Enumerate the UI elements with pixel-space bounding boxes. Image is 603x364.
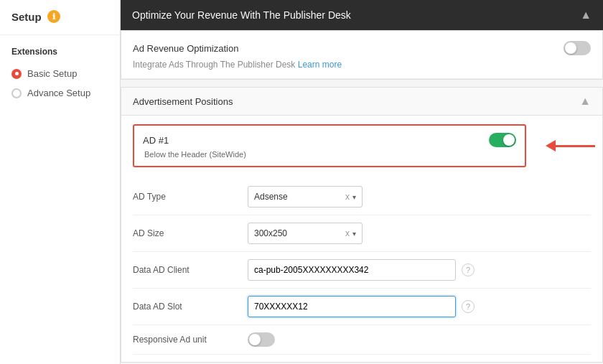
responsive-ad-toggle-thumb xyxy=(249,334,261,345)
form-section: AD Type Adsense x ▾ AD Size 300x xyxy=(121,176,602,362)
ad-size-actions: x ▾ xyxy=(345,228,356,238)
sidebar-title: Setup xyxy=(11,11,42,23)
data-ad-client-help-icon[interactable]: ? xyxy=(462,263,475,276)
ad-size-value: 300x250 xyxy=(254,228,287,238)
sidebar-item-advance-setup[interactable]: Advance Setup xyxy=(0,83,120,103)
data-ad-slot-help-icon[interactable]: ? xyxy=(462,300,475,313)
data-ad-slot-control: ? xyxy=(248,296,591,317)
aro-toggle[interactable] xyxy=(564,41,591,55)
ad-type-control: Adsense x ▾ xyxy=(248,186,591,207)
info-icon[interactable]: ℹ xyxy=(47,10,60,23)
sidebar-header: Setup ℹ xyxy=(0,10,120,35)
data-ad-slot-row: Data AD Slot ? xyxy=(133,289,591,325)
ad1-label: AD #1 xyxy=(143,135,169,146)
ad-type-select[interactable]: Adsense x ▾ xyxy=(248,186,363,207)
main-content: Optimize Your Revenue With The Publisher… xyxy=(121,0,603,364)
ad-size-caret-icon[interactable]: ▾ xyxy=(352,230,356,238)
data-ad-client-label: Data AD Client xyxy=(133,265,248,275)
ad-type-row: AD Type Adsense x ▾ xyxy=(133,179,591,215)
aro-label: Ad Revenue Optimization xyxy=(133,43,238,54)
adpos-collapse-icon[interactable]: ▲ xyxy=(579,95,591,108)
top-panel-title: Optimize Your Revenue With The Publisher… xyxy=(132,9,351,21)
data-ad-client-input[interactable] xyxy=(248,259,456,281)
learn-more-link[interactable]: Learn more xyxy=(298,60,342,70)
ad-type-value: Adsense xyxy=(254,192,288,202)
arrow-line xyxy=(556,145,595,147)
data-ad-client-row: Data AD Client ? xyxy=(133,252,591,289)
aro-subtitle: Integrate Ads Through The Publisher Desk… xyxy=(133,60,591,70)
ad1-subtitle: Below the Header (SiteWide) xyxy=(143,150,516,159)
data-ad-slot-input[interactable] xyxy=(248,296,456,317)
ad1-row: AD #1 xyxy=(143,133,516,147)
sidebar-item-basic-setup[interactable]: Basic Setup xyxy=(0,64,120,83)
sidebar-item-label: Advance Setup xyxy=(27,88,90,98)
adpos-title: Advertisement Positions xyxy=(133,96,233,107)
responsive-ad-toggle[interactable] xyxy=(248,332,275,347)
sidebar: Setup ℹ Extensions Basic Setup Advance S… xyxy=(0,0,121,364)
extensions-label: Extensions xyxy=(0,44,120,64)
red-arrow xyxy=(546,140,595,151)
ad-type-caret-icon[interactable]: ▾ xyxy=(352,193,356,201)
ad-size-select[interactable]: 300x250 x ▾ xyxy=(248,223,363,244)
ad-size-row: AD Size 300x250 x ▾ xyxy=(133,215,591,252)
responsive-ad-control xyxy=(248,332,591,347)
responsive-ad-row: Responsive Ad unit xyxy=(133,325,591,355)
ad-size-label: AD Size xyxy=(133,228,248,238)
top-panel: Optimize Your Revenue With The Publisher… xyxy=(121,0,603,30)
adpos-header: Advertisement Positions ▲ xyxy=(121,88,602,116)
sidebar-item-label: Basic Setup xyxy=(27,68,77,79)
aro-card: Ad Revenue Optimization Integrate Ads Th… xyxy=(121,30,603,80)
radio-advance-setup xyxy=(11,88,22,98)
ad1-toggle[interactable] xyxy=(489,133,516,147)
top-panel-collapse-icon[interactable]: ▲ xyxy=(580,9,592,22)
responsive-ad-label: Responsive Ad unit xyxy=(133,335,248,345)
radio-basic-setup xyxy=(11,69,22,79)
ad-type-label: AD Type xyxy=(133,192,248,202)
aro-top: Ad Revenue Optimization xyxy=(133,41,591,55)
aro-toggle-thumb xyxy=(565,42,576,54)
ad1-box: AD #1 Below the Header (SiteWide) xyxy=(133,124,526,167)
arrow-head xyxy=(546,140,556,151)
ad-positions-card: Advertisement Positions ▲ AD #1 Below th… xyxy=(121,87,603,363)
ad-size-control: 300x250 x ▾ xyxy=(248,223,591,244)
ad1-toggle-thumb xyxy=(503,134,515,146)
data-ad-client-control: ? xyxy=(248,259,591,281)
ad-size-clear-icon[interactable]: x xyxy=(345,228,350,238)
ad-type-actions: x ▾ xyxy=(345,192,356,202)
aro-row: Ad Revenue Optimization Integrate Ads Th… xyxy=(121,31,602,79)
ad-type-clear-icon[interactable]: x xyxy=(345,192,350,202)
data-ad-slot-label: Data AD Slot xyxy=(133,302,248,312)
